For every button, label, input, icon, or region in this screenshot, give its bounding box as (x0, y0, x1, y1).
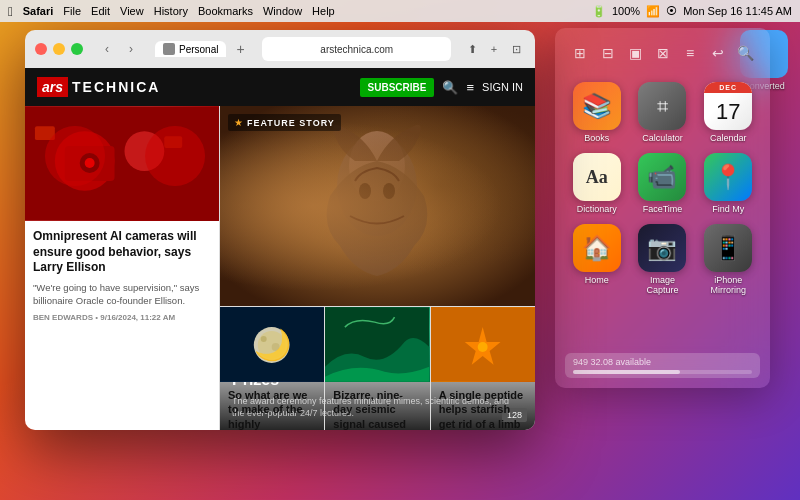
svg-point-2 (124, 131, 164, 171)
battery-icon[interactable]: 🔋 (592, 5, 606, 18)
bottom-card-2[interactable]: Bizarre, nine-day seismic signal caused … (325, 307, 430, 430)
extensions-button[interactable]: ⊡ (507, 40, 525, 58)
lp-icon-1[interactable]: ⊞ (569, 42, 591, 64)
hamburger-icon[interactable]: ≡ (466, 80, 474, 95)
bottom-card-3-image (431, 307, 535, 382)
bottom-card-2-body: Bizarre, nine-day seismic signal caused … (325, 382, 429, 430)
lp-icon-5[interactable]: ≡ (679, 42, 701, 64)
launchpad-bottom: 949 32.08 available (565, 353, 760, 378)
svg-point-13 (383, 183, 395, 199)
bottom-card-3-body: A single peptide helps starfish get rid … (431, 382, 535, 430)
app-dictionary[interactable]: Aa Dictionary (569, 153, 625, 214)
calendar-date: 17 (704, 93, 752, 130)
date: 9/16/2024, 11:22 AM (100, 313, 175, 322)
iphonemirroring-icon: 📱 (704, 224, 752, 272)
signin-link[interactable]: SIGN IN (482, 81, 523, 93)
svg-point-17 (261, 336, 267, 342)
new-tab-button[interactable]: + (230, 39, 250, 59)
bottom-card-1-image (220, 307, 324, 382)
findmy-label: Find My (712, 204, 744, 214)
lp-icon-4[interactable]: ⊠ (652, 42, 674, 64)
svg-rect-9 (220, 106, 535, 306)
apple-menu[interactable]:  (8, 4, 13, 19)
lp-icon-6[interactable]: ↩ (707, 42, 729, 64)
svg-point-1 (55, 131, 115, 191)
battery-percent: 100% (612, 5, 640, 17)
left-article-meta: BEN EDWARDS • 9/16/2024, 11:22 AM (33, 313, 211, 322)
app-findmy[interactable]: 📍 Find My (700, 153, 756, 214)
wifi-icon[interactable]: 📶 (646, 5, 660, 18)
books-icon: 📚 (573, 82, 621, 130)
add-bookmark-button[interactable]: + (485, 40, 503, 58)
main-feature: ★ FEATURE STORY Meet the winners of the … (220, 106, 535, 430)
facetime-icon: 📹 (638, 153, 686, 201)
safari-tab[interactable]: Personal (155, 41, 226, 57)
ars-technica-page: ars TECHNICA SUBSCRIBE 🔍 ≡ SIGN IN (25, 68, 535, 430)
window-maximize-button[interactable] (71, 43, 83, 55)
menu-edit[interactable]: Edit (91, 5, 110, 17)
articles-grid: Omnipresent AI cameras will ensure good … (25, 106, 535, 430)
lp-icon-3[interactable]: ▣ (624, 42, 646, 64)
badge-label: FEATURE STORY (247, 118, 335, 128)
launchpad-panel: ⊞ ⊟ ▣ ⊠ ≡ ↩ 🔍 📚 Books ⌗ Calculator DEC (555, 28, 770, 388)
storage-text: 949 32.08 available (573, 357, 651, 367)
back-button[interactable]: ‹ (97, 39, 117, 59)
left-article-image (25, 106, 219, 221)
bottom-card-1-body: So what are we to make of the highly amb… (220, 382, 324, 430)
left-article-title[interactable]: Omnipresent AI cameras will ensure good … (33, 229, 211, 276)
bottom-card-1[interactable]: So what are we to make of the highly amb… (220, 307, 325, 430)
tab-favicon (163, 43, 175, 55)
app-facetime[interactable]: 📹 FaceTime (635, 153, 691, 214)
ars-logo-text: TECHNICA (72, 79, 160, 95)
launchpad-toolbar: ⊞ ⊟ ▣ ⊠ ≡ ↩ 🔍 (565, 38, 760, 68)
menu-history[interactable]: History (154, 5, 188, 17)
home-icon: 🏠 (573, 224, 621, 272)
findmy-icon: 📍 (704, 153, 752, 201)
dictionary-text: Aa (586, 167, 608, 188)
svg-rect-8 (220, 106, 535, 306)
bluetooth-icon[interactable]: ⦿ (666, 5, 677, 17)
calendar-month: DEC (704, 82, 752, 93)
lp-icon-2[interactable]: ⊟ (597, 42, 619, 64)
facetime-label: FaceTime (643, 204, 683, 214)
app-calculator[interactable]: ⌗ Calculator (635, 82, 691, 143)
imagecapture-icon: 📷 (638, 224, 686, 272)
ars-logo-red: ars (37, 77, 68, 97)
ars-logo[interactable]: ars TECHNICA (37, 77, 160, 97)
app-imagecapture[interactable]: 📷 Image Capture (635, 224, 691, 295)
bottom-card-2-title: Bizarre, nine-day seismic signal caused … (333, 388, 421, 430)
menu-bookmarks[interactable]: Bookmarks (198, 5, 253, 17)
share-button[interactable]: ⬆ (463, 40, 481, 58)
bottom-card-2-image (325, 307, 429, 382)
svg-point-12 (359, 183, 371, 199)
svg-point-10 (337, 136, 417, 236)
address-bar[interactable]: arstechnica.com (262, 37, 451, 61)
menu-view[interactable]: View (120, 5, 144, 17)
svg-point-22 (477, 342, 487, 352)
menubar:  Safari File Edit View History Bookmark… (0, 0, 800, 22)
lp-search[interactable]: 🔍 (734, 42, 756, 64)
bottom-card-3[interactable]: A single peptide helps starfish get rid … (431, 307, 535, 430)
subscribe-button[interactable]: SUBSCRIBE (360, 78, 435, 97)
desktop:  Safari File Edit View History Bookmark… (0, 0, 800, 500)
svg-point-18 (272, 343, 280, 351)
app-calendar[interactable]: DEC 17 Calendar (700, 82, 756, 143)
search-icon[interactable]: 🔍 (442, 80, 458, 95)
window-minimize-button[interactable] (53, 43, 65, 55)
books-label: Books (584, 133, 609, 143)
menu-file[interactable]: File (63, 5, 81, 17)
forward-button[interactable]: › (121, 39, 141, 59)
storage-info: 949 32.08 available (565, 353, 760, 378)
app-iphonemirroring[interactable]: 📱 iPhone Mirroring (700, 224, 756, 295)
storage-bar (573, 370, 752, 374)
window-close-button[interactable] (35, 43, 47, 55)
ars-header: ars TECHNICA SUBSCRIBE 🔍 ≡ SIGN IN (25, 68, 535, 106)
menu-help[interactable]: Help (312, 5, 335, 17)
menu-window[interactable]: Window (263, 5, 302, 17)
app-books[interactable]: 📚 Books (569, 82, 625, 143)
feature-story-badge: ★ FEATURE STORY (228, 114, 341, 131)
app-home[interactable]: 🏠 Home (569, 224, 625, 295)
menu-safari[interactable]: Safari (23, 5, 54, 17)
app-grid: 📚 Books ⌗ Calculator DEC 17 Calendar Aa (565, 78, 760, 299)
svg-point-5 (85, 158, 95, 168)
